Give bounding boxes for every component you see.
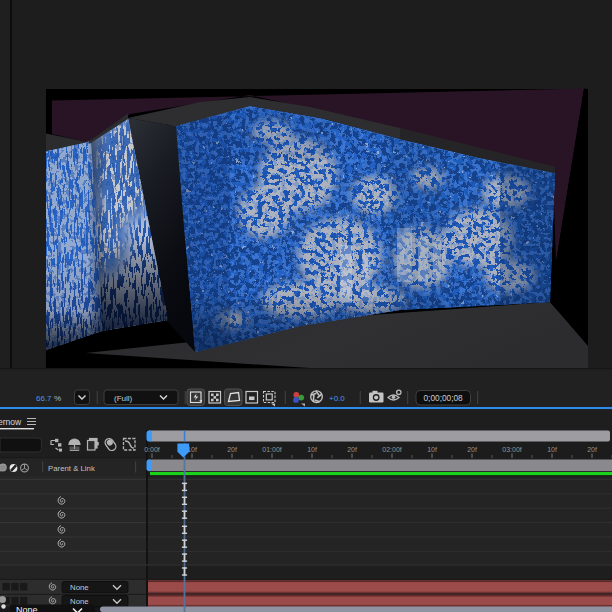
- svg-text:None: None: [70, 597, 89, 606]
- svg-text:0;00;00;08: 0;00;00;08: [424, 393, 464, 403]
- svg-text:66.7: 66.7: [36, 394, 52, 403]
- svg-text:0:00f: 0:00f: [144, 446, 160, 453]
- svg-text:10f: 10f: [307, 446, 317, 453]
- svg-text:20f: 20f: [227, 446, 237, 453]
- svg-text:ernow: ernow: [0, 417, 22, 427]
- svg-text:10f: 10f: [547, 446, 557, 453]
- svg-text:20f: 20f: [467, 446, 477, 453]
- svg-text:None: None: [16, 605, 38, 612]
- svg-text:10f: 10f: [427, 446, 437, 453]
- svg-text:03:00f: 03:00f: [502, 446, 522, 453]
- svg-text:None: None: [70, 583, 89, 592]
- svg-text:%: %: [54, 394, 61, 403]
- svg-text:20f: 20f: [347, 446, 357, 453]
- svg-text:Parent & Link: Parent & Link: [48, 464, 95, 473]
- svg-text:02:00f: 02:00f: [382, 446, 402, 453]
- svg-text:(Full): (Full): [114, 394, 133, 403]
- svg-text:+0.0: +0.0: [329, 394, 345, 403]
- svg-text:20f: 20f: [587, 446, 597, 453]
- svg-text:01:00f: 01:00f: [262, 446, 282, 453]
